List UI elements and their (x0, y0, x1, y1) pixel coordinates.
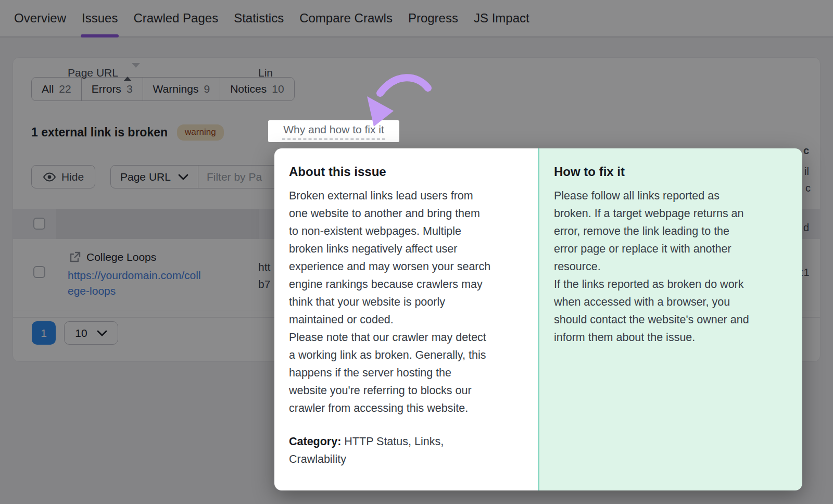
fix-title: How to fix it (554, 165, 788, 179)
about-paragraph-2: Please note that our crawler may detect … (289, 329, 523, 417)
about-paragraph-1: Broken external links lead users from on… (289, 187, 523, 329)
about-this-issue-panel: About this issue Broken external links l… (274, 148, 538, 490)
about-title: About this issue (289, 165, 523, 179)
issue-info-popup: About this issue Broken external links l… (274, 148, 802, 490)
issue-category: Category: HTTP Status, Links, Crawlabili… (289, 433, 523, 468)
fix-paragraph-2: If the links reported as broken do work … (554, 275, 788, 346)
fix-paragraph-1: Please follow all links reported as brok… (554, 187, 788, 275)
tutorial-arrow-icon (352, 69, 435, 132)
how-to-fix-panel: How to fix it Please follow all links re… (538, 148, 802, 490)
category-label: Category: (289, 435, 341, 448)
